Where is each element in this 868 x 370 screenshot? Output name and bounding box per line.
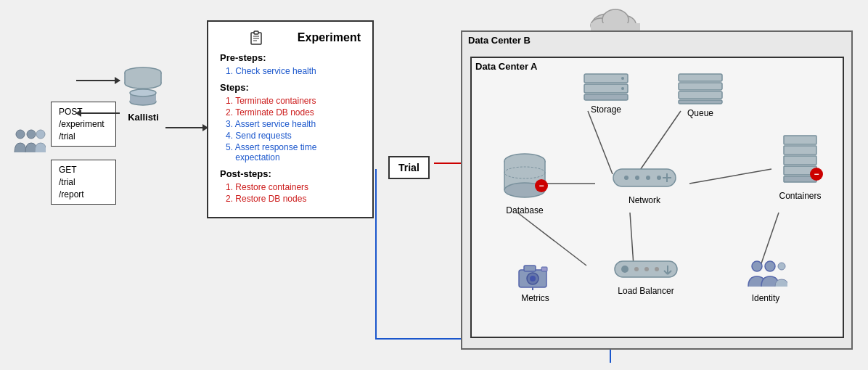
svg-point-44 (624, 176, 629, 180)
kallisti-section: Kallisti (123, 65, 163, 123)
database-red-badge: − (535, 179, 548, 192)
users-icon (13, 127, 46, 156)
kallisti-label: Kallisti (123, 112, 163, 123)
datacenter-a-label: Data Center A (475, 61, 537, 72)
metrics-component: Metrics (504, 261, 566, 303)
svg-point-5 (16, 130, 25, 139)
post-box: POST /experiment /trial (51, 102, 116, 150)
database-label: Database (492, 205, 557, 215)
svg-point-65 (644, 267, 649, 271)
pre-step-1-text: Check service health (235, 66, 316, 76)
svg-rect-10 (125, 73, 161, 83)
loadbalancer-component: Load Balancer (606, 258, 686, 296)
blue-vertical-line (375, 169, 377, 340)
svg-rect-30 (584, 94, 628, 100)
step-1: 1. Terminate containers (226, 96, 316, 106)
svg-rect-35 (679, 91, 722, 99)
get-line2: /trial (59, 177, 75, 187)
diagram-container: Target Service POST /experiment /trial G… (0, 0, 868, 370)
svg-point-32 (621, 87, 624, 90)
pre-steps-label: Pre-steps: (220, 52, 361, 63)
containers-red-badge: − (810, 168, 823, 181)
svg-rect-50 (784, 136, 816, 144)
metrics-label: Metrics (504, 293, 566, 303)
svg-point-6 (27, 130, 36, 139)
containers-component: − Containers (769, 134, 831, 201)
arrow-to-experiment (165, 127, 208, 128)
svg-point-71 (765, 261, 775, 271)
step-5-text: Assert response time expectation (226, 142, 316, 163)
loadbalancer-label: Load Balancer (606, 286, 686, 296)
trial-button[interactable]: Trial (388, 156, 430, 179)
svg-point-15 (130, 89, 156, 96)
svg-point-70 (752, 261, 762, 271)
svg-rect-33 (679, 74, 722, 81)
pre-step-1-num: 1. (226, 66, 235, 76)
storage-component: Storage (573, 73, 639, 115)
svg-point-45 (635, 176, 639, 180)
experiment-box: Experiment Pre-steps: 1. Check service h… (207, 20, 374, 218)
pre-step-1: 1. Check service health (226, 66, 316, 76)
identity-component: Identity (733, 258, 798, 303)
svg-rect-52 (784, 156, 816, 165)
queue-label: Queue (668, 108, 733, 118)
database-component: − Database (492, 152, 557, 215)
network-component: Network (605, 163, 684, 205)
arrow-from-kallisti (76, 112, 120, 114)
svg-rect-51 (784, 146, 816, 155)
containers-label: Containers (769, 191, 831, 201)
svg-rect-34 (679, 83, 722, 90)
svg-point-64 (634, 267, 639, 271)
queue-component: Queue (668, 73, 733, 118)
arrow-to-kallisti (76, 80, 120, 81)
svg-point-63 (621, 266, 629, 273)
step-2: 2. Terminate DB nodes (226, 107, 314, 118)
identity-label: Identity (733, 293, 798, 303)
svg-point-47 (657, 176, 661, 180)
svg-point-31 (621, 77, 624, 80)
svg-rect-59 (541, 267, 547, 271)
step-5: 5. Assert response time expectation (226, 142, 316, 163)
svg-point-7 (36, 130, 45, 139)
get-line1: GET (59, 165, 77, 175)
pre-steps-list: 1. Check service health (226, 66, 361, 76)
svg-point-57 (530, 276, 536, 281)
svg-point-46 (646, 176, 650, 180)
experiment-title-text: Experiment (298, 31, 361, 44)
storage-label: Storage (573, 104, 639, 115)
steps-label: Steps: (220, 82, 361, 93)
post-steps-list: 1. Restore containers 2. Restore DB node… (226, 182, 361, 204)
trial-label: Trial (398, 162, 419, 173)
svg-rect-36 (679, 100, 722, 104)
post-line2: /experiment (59, 119, 105, 129)
get-line3: /report (59, 189, 84, 200)
steps-list: 1. Terminate containers 2. Terminate DB … (226, 96, 361, 163)
svg-point-66 (655, 267, 659, 271)
datacenter-b-label: Data Center B (468, 35, 531, 46)
post-step-1: 1. Restore containers (226, 182, 308, 192)
step-3: 3. Assert service health (226, 119, 316, 129)
get-box: GET /trial /report (51, 160, 116, 208)
network-label: Network (605, 195, 684, 205)
post-line3: /trial (59, 131, 75, 141)
step-4: 4. Send requests (226, 131, 292, 141)
svg-rect-4 (591, 23, 640, 30)
post-steps-label: Post-steps: (220, 168, 361, 179)
post-step-2: 2. Restore DB nodes (226, 194, 306, 204)
svg-point-72 (778, 263, 785, 270)
svg-rect-17 (254, 31, 258, 34)
experiment-title: Experiment (220, 30, 361, 45)
svg-rect-58 (524, 266, 536, 271)
